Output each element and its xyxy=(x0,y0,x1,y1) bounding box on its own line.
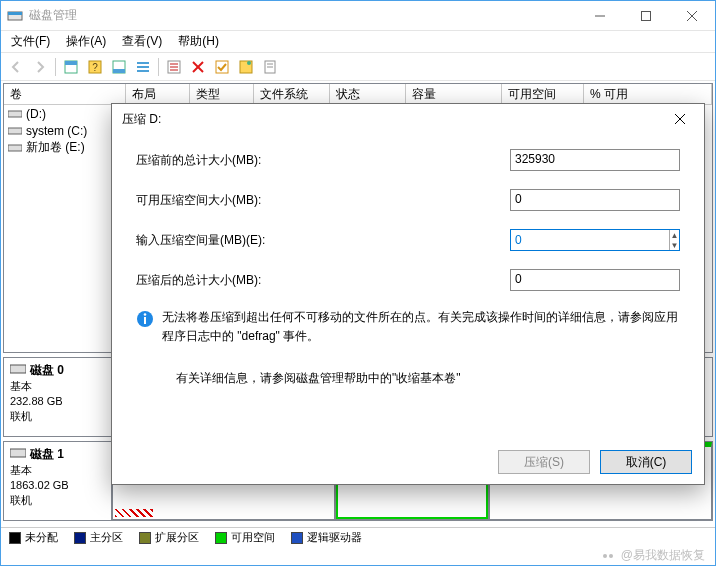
close-button[interactable] xyxy=(669,1,715,31)
svg-rect-31 xyxy=(10,449,26,457)
menu-help[interactable]: 帮助(H) xyxy=(170,31,227,52)
column-filesystem[interactable]: 文件系统 xyxy=(254,84,330,104)
disk-management-window: 磁盘管理 文件(F) 操作(A) 查看(V) 帮助(H) ? 卷 布局 类型 文… xyxy=(0,0,716,566)
volume-icon xyxy=(8,125,22,137)
disk-status: 联机 xyxy=(10,493,105,508)
column-layout[interactable]: 布局 xyxy=(126,84,190,104)
svg-rect-27 xyxy=(8,111,22,117)
shrink-amount-input[interactable] xyxy=(511,230,669,250)
svg-rect-14 xyxy=(137,70,149,72)
svg-point-32 xyxy=(603,554,607,558)
dialog-button-row: 压缩(S) 取消(C) xyxy=(112,440,704,484)
volume-list-header: 卷 布局 类型 文件系统 状态 容量 可用空间 % 可用 xyxy=(4,84,712,105)
dialog-info-block: 无法将卷压缩到超出任何不可移动的文件所在的点。有关完成该操作时间的详细信息，请参… xyxy=(136,300,680,350)
field-value-available: 0 xyxy=(510,189,680,211)
toolbar-view-bottom[interactable] xyxy=(108,56,130,78)
svg-rect-3 xyxy=(642,11,651,20)
column-status[interactable]: 状态 xyxy=(330,84,406,104)
legend-label: 逻辑驱动器 xyxy=(307,530,362,545)
cancel-button[interactable]: 取消(C) xyxy=(600,450,692,474)
disk-size: 1863.02 GB xyxy=(10,478,105,493)
toolbar-view-top[interactable] xyxy=(60,56,82,78)
field-value-total-after: 0 xyxy=(510,269,680,291)
disk-icon xyxy=(10,447,26,462)
column-volume[interactable]: 卷 xyxy=(4,84,126,104)
svg-rect-21 xyxy=(216,61,228,73)
volume-name: 新加卷 (E:) xyxy=(26,139,85,156)
legend-swatch xyxy=(215,532,227,544)
partition-hatched-indicator xyxy=(115,509,153,517)
field-shrink-amount: 输入压缩空间量(MB)(E): ▲ ▼ xyxy=(136,220,680,260)
svg-rect-12 xyxy=(137,62,149,64)
watermark: @易我数据恢复 xyxy=(601,547,705,564)
dialog-info-text: 无法将卷压缩到超出任何不可移动的文件所在的点。有关完成该操作时间的详细信息，请参… xyxy=(162,308,680,346)
svg-point-33 xyxy=(609,554,613,558)
svg-text:?: ? xyxy=(92,62,98,73)
column-capacity[interactable]: 容量 xyxy=(406,84,502,104)
field-value-total-before: 325930 xyxy=(510,149,680,171)
legend-label: 扩展分区 xyxy=(155,530,199,545)
legend-label: 主分区 xyxy=(90,530,123,545)
disk-kind: 基本 xyxy=(10,379,105,394)
forward-button xyxy=(29,56,51,78)
window-title: 磁盘管理 xyxy=(29,7,577,24)
menu-view[interactable]: 查看(V) xyxy=(114,31,170,52)
disk-info: 磁盘 1 基本 1863.02 GB 联机 xyxy=(4,442,112,520)
toolbar-list-icon[interactable] xyxy=(132,56,154,78)
menubar: 文件(F) 操作(A) 查看(V) 帮助(H) xyxy=(1,31,715,53)
toolbar-delete-icon[interactable] xyxy=(187,56,209,78)
svg-rect-30 xyxy=(10,365,26,373)
field-label: 压缩前的总计大小(MB): xyxy=(136,152,510,169)
maximize-button[interactable] xyxy=(623,1,669,31)
toolbar-save-icon[interactable] xyxy=(235,56,257,78)
dialog-help-text: 有关详细信息，请参阅磁盘管理帮助中的"收缩基本卷" xyxy=(136,350,680,387)
info-icon xyxy=(136,310,154,328)
legend: 未分配 主分区 扩展分区 可用空间 逻辑驱动器 xyxy=(1,527,715,547)
disk-title: 磁盘 0 xyxy=(30,362,64,379)
toolbar-properties-icon[interactable] xyxy=(259,56,281,78)
column-type[interactable]: 类型 xyxy=(190,84,254,104)
volume-name: system (C:) xyxy=(26,124,87,138)
svg-rect-29 xyxy=(8,145,22,151)
toolbar-refresh-icon[interactable] xyxy=(163,56,185,78)
svg-rect-13 xyxy=(137,66,149,68)
legend-label: 未分配 xyxy=(25,530,58,545)
legend-item: 主分区 xyxy=(74,530,123,545)
legend-item: 扩展分区 xyxy=(139,530,199,545)
legend-swatch xyxy=(291,532,303,544)
legend-item: 未分配 xyxy=(9,530,58,545)
dialog-close-button[interactable] xyxy=(660,106,700,132)
field-total-after: 压缩后的总计大小(MB): 0 xyxy=(136,260,680,300)
spinner-up[interactable]: ▲ xyxy=(670,230,679,240)
disk-size: 232.88 GB xyxy=(10,394,105,409)
column-free[interactable]: 可用空间 xyxy=(502,84,584,104)
titlebar: 磁盘管理 xyxy=(1,1,715,31)
legend-swatch xyxy=(139,532,151,544)
toolbar-help-icon[interactable]: ? xyxy=(84,56,106,78)
dialog-title: 压缩 D: xyxy=(122,111,660,128)
field-label: 压缩后的总计大小(MB): xyxy=(136,272,510,289)
toolbar-check-icon[interactable] xyxy=(211,56,233,78)
svg-point-23 xyxy=(247,61,251,65)
app-icon xyxy=(7,8,23,24)
field-total-before: 压缩前的总计大小(MB): 325930 xyxy=(136,140,680,180)
spinner-down[interactable]: ▼ xyxy=(670,240,679,250)
menu-action[interactable]: 操作(A) xyxy=(58,31,114,52)
shrink-amount-spinner[interactable]: ▲ ▼ xyxy=(510,229,680,251)
disk-kind: 基本 xyxy=(10,463,105,478)
legend-swatch xyxy=(9,532,21,544)
volume-icon xyxy=(8,142,22,154)
toolbar: ? xyxy=(1,53,715,81)
disk-icon xyxy=(10,363,26,378)
field-available: 可用压缩空间大小(MB): 0 xyxy=(136,180,680,220)
disk-info: 磁盘 0 基本 232.88 GB 联机 xyxy=(4,358,112,436)
field-label: 可用压缩空间大小(MB): xyxy=(136,192,510,209)
back-button xyxy=(5,56,27,78)
menu-file[interactable]: 文件(F) xyxy=(3,31,58,52)
svg-rect-11 xyxy=(113,69,125,73)
dialog-titlebar[interactable]: 压缩 D: xyxy=(112,104,704,134)
field-label: 输入压缩空间量(MB)(E): xyxy=(136,232,510,249)
minimize-button[interactable] xyxy=(577,1,623,31)
column-pct-free[interactable]: % 可用 xyxy=(584,84,712,104)
svg-rect-1 xyxy=(8,12,22,15)
